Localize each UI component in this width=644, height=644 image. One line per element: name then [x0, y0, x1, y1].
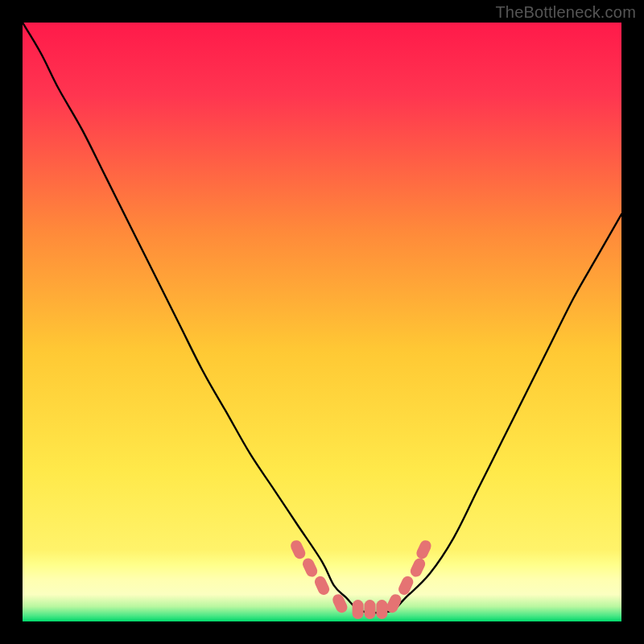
gradient-background	[23, 23, 621, 621]
chart-frame: TheBottleneck.com	[0, 0, 644, 644]
attribution-text: TheBottleneck.com	[495, 3, 636, 22]
bottleneck-chart	[23, 23, 621, 621]
curve-marker	[365, 600, 376, 619]
curve-marker	[376, 600, 387, 619]
curve-marker	[353, 600, 364, 619]
